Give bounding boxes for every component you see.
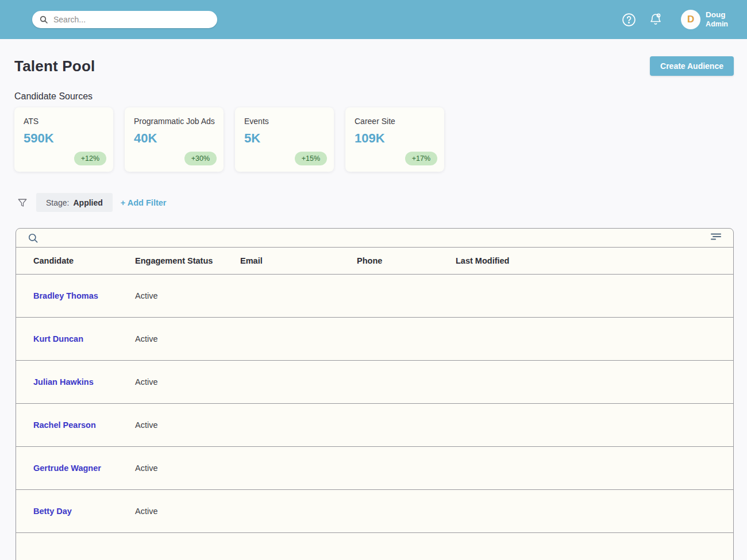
avatar[interactable]: D [681,10,700,29]
search-icon [39,15,48,24]
candidate-link[interactable]: Kurt Duncan [33,334,83,343]
source-card-ats: ATS 590K +12% [14,107,113,172]
user-meta[interactable]: Doug Admin [706,10,728,29]
column-header-email[interactable]: Email [223,256,340,265]
engagement-status: Active [118,420,223,430]
table-row: Kurt Duncan Active [16,318,733,361]
table-row: Rachel Pearson Active [16,404,733,447]
engagement-status: Active [118,377,223,387]
empty-table-row [16,533,733,560]
engagement-status: Active [118,334,223,343]
table-row: Betty Day Active [16,490,733,533]
user-role: Admin [706,20,728,29]
source-card-change-badge: +17% [405,152,437,165]
search-input[interactable] [53,15,210,24]
source-card-value: 109K [355,131,435,146]
avatar-initial: D [687,14,694,25]
engagement-status: Active [118,464,223,473]
table-row: Bradley Thomas Active [16,275,733,318]
candidate-link[interactable]: Betty Day [33,507,72,516]
column-header-engagement-status[interactable]: Engagement Status [118,256,223,265]
sort-icon[interactable] [710,233,722,243]
source-card-label: Events [244,117,325,126]
table-header-row: Candidate Engagement Status Email Phone … [16,248,733,275]
source-card-career-site: Career Site 109K +17% [345,107,444,172]
source-card-value: 40K [134,131,214,146]
stage-filter-value: Applied [73,198,102,207]
stage-filter-label: Stage: [46,198,69,207]
source-card-change-badge: +30% [184,152,217,165]
column-header-phone[interactable]: Phone [340,256,438,265]
table-toolbar [16,229,733,248]
create-audience-button[interactable]: Create Audience [650,56,734,76]
candidate-link[interactable]: Julian Hawkins [33,377,94,387]
top-bar: D Doug Admin [0,0,747,39]
table-search-icon[interactable] [28,233,38,244]
candidate-link[interactable]: Gertrude Wagner [33,464,101,473]
candidate-sources-heading: Candidate Sources [14,91,734,102]
source-card-value: 5K [244,131,325,146]
candidate-link[interactable]: Rachel Pearson [33,420,96,430]
filter-bar: Stage: Applied + Add Filter [14,193,734,212]
global-search[interactable] [32,11,217,28]
candidates-table: Candidate Engagement Status Email Phone … [16,228,734,560]
source-card-label: ATS [24,117,104,126]
source-card-change-badge: +12% [74,152,106,165]
help-icon[interactable] [622,13,636,27]
add-filter-button[interactable]: + Add Filter [121,198,167,207]
candidate-link[interactable]: Bradley Thomas [33,291,98,300]
table-row: Julian Hawkins Active [16,361,733,404]
user-name: Doug [706,10,728,20]
engagement-status: Active [118,507,223,516]
filter-funnel-icon [17,197,28,208]
source-card-events: Events 5K +15% [235,107,334,172]
column-header-candidate[interactable]: Candidate [16,256,118,265]
page-title: Talent Pool [14,57,95,75]
source-card-label: Career Site [355,117,435,126]
source-card-label: Programmatic Job Ads [134,117,214,126]
notifications-icon[interactable] [649,13,663,26]
engagement-status: Active [118,291,223,300]
stage-filter-chip[interactable]: Stage: Applied [36,193,113,212]
source-card-change-badge: +15% [295,152,327,165]
source-card-programmatic-job-ads: Programmatic Job Ads 40K +30% [125,107,224,172]
main-content: Talent Pool Create Audience Candidate So… [0,56,747,560]
source-cards: ATS 590K +12% Programmatic Job Ads 40K +… [14,107,734,172]
table-row: Gertrude Wagner Active [16,447,733,490]
topbar-actions: D Doug Admin [622,10,728,29]
source-card-value: 590K [24,131,104,146]
column-header-last-modified[interactable]: Last Modified [438,256,733,265]
